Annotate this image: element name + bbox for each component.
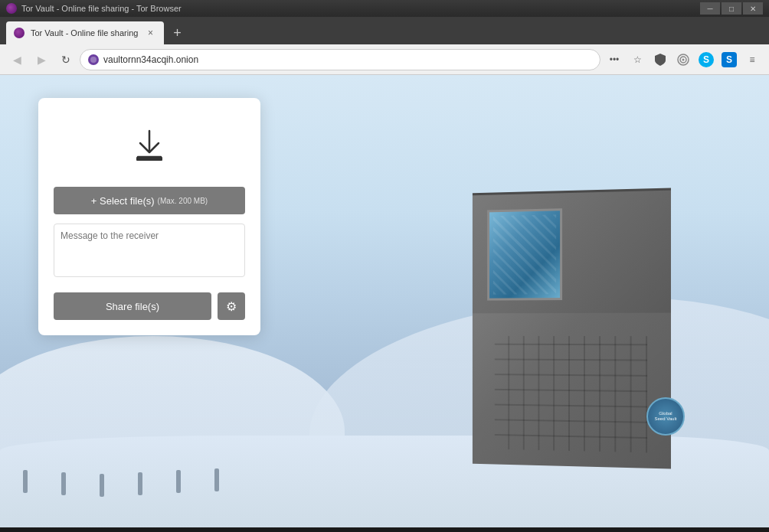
settings-button[interactable]: ⚙: [218, 292, 245, 320]
main-content: Global Seed Vault + Select fi: [0, 75, 769, 527]
upload-icon-area: [54, 113, 245, 175]
tab-favicon: [14, 28, 25, 38]
onion-icon: [88, 54, 99, 65]
skype-button[interactable]: S: [695, 49, 717, 70]
vault-logo: Global Seed Vault: [646, 397, 685, 436]
reload-icon: ↻: [61, 54, 70, 66]
forward-icon: ▶: [38, 54, 46, 66]
tab-label: Tor Vault - Online file sharing: [31, 28, 138, 38]
vault-logo-text: Global Seed Vault: [655, 411, 677, 422]
title-bar: Tor Vault - Online file sharing - Tor Br…: [0, 0, 769, 17]
vault-grid: [495, 336, 647, 453]
more-icon: •••: [610, 54, 620, 65]
bookmark-button[interactable]: ☆: [627, 49, 648, 70]
fence-post: [214, 468, 219, 491]
max-size-label: (Max. 200 MB): [158, 197, 208, 205]
fence-post: [100, 474, 104, 497]
back-button[interactable]: ◀: [6, 49, 28, 70]
active-tab[interactable]: Tor Vault - Online file sharing ×: [6, 21, 164, 44]
svg-rect-5: [136, 157, 162, 161]
fence-post: [61, 472, 66, 495]
tab-bar: Tor Vault - Online file sharing × +: [0, 17, 769, 44]
window-title: Tor Vault - Online file sharing - Tor Br…: [21, 4, 182, 13]
skype2-button[interactable]: S: [718, 49, 740, 70]
address-bar[interactable]: [80, 49, 600, 70]
message-textarea[interactable]: [54, 224, 245, 277]
nav-toolbar: ••• ☆ S S ≡: [604, 49, 763, 70]
menu-button[interactable]: ≡: [741, 49, 763, 70]
fence-area: [0, 451, 501, 512]
fence-post: [176, 470, 181, 493]
nav-bar: ◀ ▶ ↻ ••• ☆ S: [0, 44, 769, 75]
card-bottom: Share file(s) ⚙: [54, 292, 245, 320]
vault-window: [487, 208, 562, 300]
tor-button[interactable]: [672, 49, 694, 70]
shield-button[interactable]: [650, 49, 671, 70]
select-files-button[interactable]: + Select file(s) (Max. 200 MB): [54, 187, 245, 214]
maximize-button[interactable]: □: [722, 2, 741, 15]
tor-icon: [676, 53, 690, 67]
skype-icon: S: [699, 52, 714, 67]
svg-point-2: [682, 58, 685, 60]
upload-icon: [130, 125, 169, 163]
vault-top: [473, 188, 671, 314]
fence-post: [138, 472, 142, 495]
vault-wall: [473, 188, 671, 469]
back-icon: ◀: [13, 54, 21, 66]
menu-icon: ≡: [749, 54, 754, 65]
more-button[interactable]: •••: [604, 49, 625, 70]
upload-card: + Select file(s) (Max. 200 MB) Share fil…: [38, 98, 260, 335]
select-files-label: + Select file(s): [91, 195, 155, 207]
browser-icon: [6, 3, 17, 14]
tab-close-button[interactable]: ×: [144, 27, 156, 39]
title-bar-left: Tor Vault - Online file sharing - Tor Br…: [6, 3, 182, 14]
fence-post: [23, 470, 28, 493]
address-input[interactable]: [103, 54, 592, 65]
window-controls[interactable]: ─ □ ✕: [700, 2, 763, 15]
shield-icon: [653, 53, 667, 67]
forward-button[interactable]: ▶: [31, 49, 52, 70]
share-button[interactable]: Share file(s): [54, 292, 211, 320]
reload-button[interactable]: ↻: [55, 49, 77, 70]
skype2-icon: S: [722, 52, 737, 67]
close-button[interactable]: ✕: [743, 2, 763, 15]
minimize-button[interactable]: ─: [700, 2, 720, 15]
bookmark-icon: ☆: [633, 54, 642, 65]
new-tab-button[interactable]: +: [165, 21, 188, 44]
